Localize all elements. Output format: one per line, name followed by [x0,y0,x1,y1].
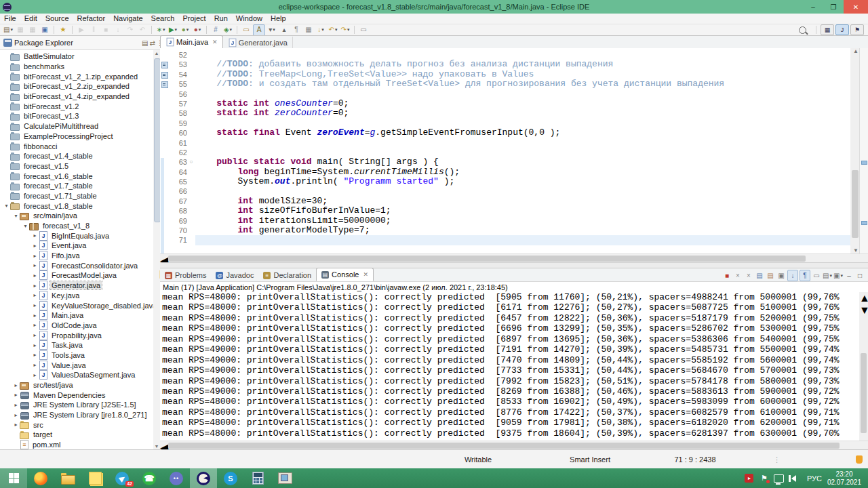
console-scrollbar-thumb[interactable] [861,353,867,433]
tree-item[interactable]: benchmarks [0,62,153,72]
language-indicator[interactable]: РУС [807,474,822,483]
tab-main-java[interactable]: Main.java✕ [160,35,223,49]
search-torch-button[interactable]: ★ [58,25,68,35]
tree-item[interactable]: ▸Main.java [0,310,153,321]
new-java-project-button[interactable]: # [210,25,221,35]
menu-item-run[interactable]: Run [210,14,232,24]
expand-icon[interactable]: ▸ [31,312,39,319]
tree-item[interactable]: ▸Value.java [0,360,153,370]
pin-console-button[interactable]: ▣ [776,270,786,281]
collapse-icon[interactable]: ▾ [12,213,20,219]
show-console-on-output-button[interactable]: ▤ [755,270,764,281]
menu-item-file[interactable]: File [0,14,20,24]
taskbar-app-explorer[interactable] [54,468,81,488]
code-line[interactable]: 53 //TODO: добавить возможность делать п… [160,60,850,69]
tree-item[interactable]: forecast_v1.4_stable [0,151,153,161]
code-line[interactable]: 69 int iterationsLimit=50000000; [160,216,850,226]
dropdown-caret-icon[interactable]: ▾ [230,27,233,33]
dropdown-caret-icon[interactable]: ▾ [347,27,350,33]
console-output[interactable]: mean RPS=48000: printOverallStatistics()… [160,292,859,441]
dropdown-caret-icon[interactable]: ▾ [10,27,13,33]
code-line[interactable]: 56 [160,89,850,99]
dropdown-caret-icon[interactable]: ▾ [273,27,275,33]
expand-icon[interactable]: ▸ [12,382,20,388]
external-tools-button[interactable]: ◈▾ [222,25,233,35]
link-with-editor-button[interactable]: ⇄ [150,38,155,47]
scroll-up-icon[interactable]: ▲ [853,48,859,54]
code-line[interactable]: 62 [160,148,850,157]
code-line[interactable]: 52 [160,50,850,60]
collapse-icon[interactable]: ▾ [22,223,29,229]
overview-ruler[interactable] [859,48,868,253]
mark-occurrences-button[interactable]: A [253,24,265,36]
tree-item[interactable]: ▸Fifo.java [0,251,153,261]
tree-item[interactable]: forecast_v1.6_stable [0,171,153,181]
open-perspective-button[interactable]: ▦ [821,24,834,35]
close-tab-icon[interactable]: ✕ [363,271,368,278]
open-task-button[interactable]: ▭ [241,25,252,35]
tree-item[interactable]: ▸src/test/java [0,380,153,390]
tree-item[interactable]: bitForecast_v1_2_1.zip_expanded [0,71,153,81]
console-hscrollbar-thumb[interactable] [168,443,840,449]
taskbar-app-telegram[interactable]: ▶42 [108,468,136,488]
volume-icon[interactable] [787,472,801,485]
code-editor[interactable]: 5253 //TODO: добавить возможность делать… [160,48,868,253]
editor-scrollbar-thumb[interactable] [852,170,859,238]
code-line[interactable]: 65 System.out.println( "Programm started… [160,177,850,186]
taskbar-app-sticky-notes[interactable] [81,468,108,488]
open-console-button[interactable]: ▣▾ [833,270,843,281]
search-icon[interactable] [799,26,806,34]
display-selected-console-button[interactable]: ▤▾ [823,270,832,281]
pin-editor-button[interactable]: ▭ [358,25,369,35]
prev-annotation-button[interactable]: ▴ [279,25,290,35]
tree-item[interactable]: ▸Key.java [0,291,153,301]
expand-icon[interactable]: ▸ [31,372,39,378]
minimize-button[interactable]: – [803,0,823,14]
code-line[interactable]: 71 [160,235,850,245]
tray-app-icon[interactable]: ▸ [743,472,756,485]
expand-icon[interactable]: ▸ [31,332,39,338]
show-console-on-error-button[interactable]: ▤ [766,270,775,281]
expand-icon[interactable]: ▸ [31,262,39,268]
scroll-lock-button[interactable]: ↓ [787,270,798,281]
code-line[interactable]: 58 static int zeroCounter=0; [160,108,850,118]
taskbar-app-eclipse[interactable] [190,468,217,488]
remove-all-launches-button[interactable]: × [744,270,753,281]
expand-icon[interactable]: ▸ [31,272,39,279]
code-line[interactable]: 61 [160,138,850,148]
scroll-up-icon[interactable]: ▲ [859,292,868,304]
code-line[interactable]: 60 static final Event zeroEvent=g.getSim… [160,128,850,138]
collapse-all-button[interactable]: ▤ [142,38,148,47]
tab-javadoc[interactable]: @Javadoc [211,269,258,281]
debug-perspective-button[interactable]: ⚑ [850,24,864,35]
tab-console[interactable]: ▤Console✕ [316,268,374,281]
taskbar-app-skype[interactable]: S [217,468,244,488]
tree-item[interactable]: pom.xml [0,440,153,450]
word-wrap-button[interactable]: ¶ [800,270,810,281]
network-icon[interactable] [772,472,786,485]
dropdown-caret-icon[interactable]: ▾ [186,27,189,33]
expand-icon[interactable]: ▸ [31,283,39,289]
menu-item-window[interactable]: Window [232,14,267,24]
code-line[interactable]: 64 long beginTime=System.currentTimeMill… [160,167,850,177]
clock[interactable]: 23:20 02.07.2021 [827,470,861,487]
taskbar-app-my-computer[interactable] [271,468,298,488]
code-line[interactable]: 66 [160,186,850,196]
tree-item[interactable]: ▸Tools.java [0,350,153,361]
tree-item[interactable]: ▸src [0,420,153,430]
dropdown-caret-icon[interactable]: ▾ [335,27,338,33]
open-element-button[interactable]: ▣ [39,25,50,35]
tree-item[interactable]: bitForecast_v1_4.zip_expanded [0,92,153,102]
dropdown-caret-icon[interactable]: ▾ [829,273,832,279]
tree-item[interactable]: ▸JRE System Library [jre1.8.0_271] [0,410,153,420]
expand-icon[interactable]: ▸ [31,352,39,358]
annotation-mark[interactable] [861,161,867,165]
java-perspective-button[interactable]: J [835,24,849,35]
last-edit-location-button[interactable]: ↓▾ [315,25,326,35]
tree-item[interactable]: bitForecast_v1.3 [0,111,153,121]
code-line[interactable]: 67 int modelSize=30; [160,197,850,206]
menu-item-navigate[interactable]: Navigate [109,14,146,24]
tab-problems[interactable]: ▦Problems [160,269,211,281]
tree-item[interactable]: ▸Maven Dependencies [0,390,153,400]
code-line[interactable]: 59 [160,119,850,128]
